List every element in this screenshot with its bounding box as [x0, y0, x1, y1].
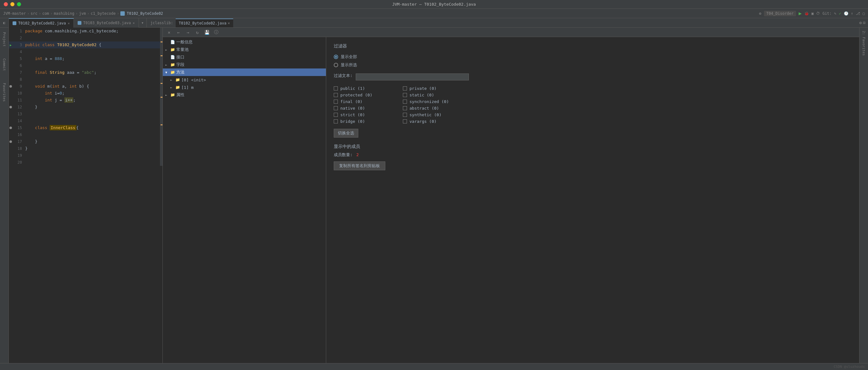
check-label-final: final (0)	[340, 99, 362, 104]
checkbox-synchronized[interactable]	[403, 100, 407, 104]
checkbox-static[interactable]	[403, 93, 407, 97]
checkbox-protected[interactable]	[334, 93, 338, 97]
gutter-15	[9, 127, 12, 129]
git-branch-icon[interactable]: ⎇	[856, 11, 860, 16]
filter-text-input[interactable]	[356, 73, 469, 80]
close-button[interactable]	[4, 2, 8, 6]
checkbox-native[interactable]	[334, 106, 338, 110]
jclasslib-tab-close[interactable]: ×	[227, 21, 230, 26]
tree-item-init[interactable]: ► 📁 [0] <init>	[163, 76, 326, 83]
line-content-12[interactable]: }	[25, 104, 162, 110]
right-sidebar-icon[interactable]: 2: Favorites	[862, 31, 866, 56]
breadcrumb-mashibing[interactable]: mashibing	[54, 11, 74, 16]
run-dropdown[interactable]: T04_Disorder	[764, 11, 796, 16]
tree-label-interface: 接口	[176, 54, 184, 60]
line-content-3[interactable]: public class T0102_ByteCode02 {	[25, 41, 162, 48]
filter-check-protected: protected (0)	[334, 93, 397, 97]
check-label-private: private (0)	[409, 86, 436, 91]
minimize-button[interactable]	[10, 2, 14, 6]
right-sidebar: 2: Favorites	[859, 28, 868, 370]
tab-t0103[interactable]: T0103_ByteCode03.java ×	[74, 18, 139, 28]
checkbox-public[interactable]	[334, 87, 338, 91]
line-content-9[interactable]: void m(int a, int b) {	[25, 83, 162, 90]
line-content-15[interactable]: class InnerClass{	[25, 124, 162, 131]
breadcrumb-com[interactable]: com	[42, 11, 49, 16]
line-content-17[interactable]: }	[25, 138, 162, 145]
breadcrumb-jvm[interactable]: jvm	[79, 11, 86, 16]
git-commit-icon[interactable]: ✎	[834, 11, 836, 16]
filter-text-label: 过滤文本:	[334, 73, 352, 78]
breadcrumb-src[interactable]: src	[30, 11, 37, 16]
line-num-1: 1	[12, 29, 25, 33]
copy-tags-button[interactable]: 复制所有签名到剪贴板	[334, 162, 385, 170]
tree-item-m[interactable]: ► 📁 [1] m	[163, 83, 326, 91]
code-line-15: 15 class InnerClass{	[9, 124, 162, 131]
git-clock-icon[interactable]: 🕐	[844, 11, 848, 16]
line-num-14: 14	[12, 119, 25, 123]
jclasslib-active-tab[interactable]: T0102_ByteCode02.java ×	[176, 19, 233, 27]
debug-icon[interactable]: 🐞	[804, 11, 809, 16]
checkbox-strict[interactable]	[334, 113, 338, 117]
tree-item-general[interactable]: 📄 一般信息	[163, 38, 326, 46]
line-content-11[interactable]: int j = i++;	[25, 97, 162, 104]
maximize-button[interactable]	[17, 2, 21, 6]
line-content-10[interactable]: int i=0;	[25, 90, 162, 97]
jc-save-btn[interactable]: 💾	[203, 29, 211, 36]
left-panel-icon[interactable]: ◧	[0, 18, 9, 27]
tab-close-0[interactable]: ×	[68, 22, 70, 25]
tab-t0102[interactable]: T0102_ByteCode02.java ×	[9, 18, 74, 28]
radio-show-all[interactable]	[334, 55, 338, 59]
code-line-2: 2	[9, 35, 162, 41]
run-button[interactable]: ▶	[799, 10, 802, 16]
breadcrumb-project[interactable]: JVM-master	[3, 11, 26, 16]
toolbar-right: ⚙ T04_Disorder ▶ 🐞 ▣ ⏱ Git: ✎ ✓ 🕐 ↑ ⎇ ▢	[759, 10, 865, 16]
toggle-all-button[interactable]: 切换全选	[334, 129, 358, 138]
git-push-icon[interactable]: ↑	[851, 11, 853, 16]
gutter-3: ▶	[9, 43, 12, 47]
line-num-8: 8	[12, 77, 25, 82]
panel-expand-icon[interactable]: ⊡	[863, 21, 866, 25]
jc-close-btn[interactable]: ✕	[165, 29, 173, 36]
jc-info-btn[interactable]: ⓘ	[212, 29, 220, 36]
filter-text-row: 过滤文本:	[334, 73, 852, 81]
check-label-native: native (0)	[340, 106, 365, 110]
profiler-icon[interactable]: ⏱	[816, 11, 820, 16]
tree-item-interface[interactable]: 📄 接口	[163, 54, 326, 61]
jc-back-btn[interactable]: ←	[175, 29, 182, 36]
tree-item-methods[interactable]: ▼ 📁 方法	[163, 68, 326, 76]
code-editor[interactable]: 1 package com.mashibing.jvm.c1_bytecode;…	[9, 28, 163, 370]
settings-icon[interactable]: ⚙	[759, 11, 761, 16]
jc-refresh-btn[interactable]: ↻	[194, 29, 201, 36]
line-content-5[interactable]: int a = 888;	[25, 55, 162, 62]
coverage-icon[interactable]: ▣	[811, 11, 814, 16]
radio-show-selected[interactable]	[334, 63, 338, 67]
jclasslib-tab-label: T0102_ByteCode02.java	[179, 21, 226, 26]
jc-forward-btn[interactable]: →	[184, 29, 192, 36]
members-count-label: 成员数量:	[334, 152, 352, 157]
sidebar-favorites-icon[interactable]: Favorites	[2, 82, 6, 103]
line-content-1[interactable]: package com.mashibing.jvm.c1_bytecode;	[25, 28, 162, 35]
git-check-icon[interactable]: ✓	[839, 11, 841, 16]
checkbox-varargs[interactable]	[403, 120, 407, 124]
tree-item-attrs[interactable]: ► 📁 属性	[163, 91, 326, 99]
sidebar-project-icon[interactable]: Project	[2, 31, 6, 48]
tab-close-1[interactable]: ×	[133, 21, 134, 25]
line-content-7[interactable]: final String aaa = "abc";	[25, 69, 162, 76]
breadcrumb-file[interactable]: T0102_ByteCode02	[127, 11, 163, 16]
checkbox-abstract[interactable]	[403, 106, 407, 110]
filter-check-varargs: varargs (0)	[403, 119, 466, 124]
checkbox-final[interactable]	[334, 100, 338, 104]
checkbox-synthetic[interactable]	[403, 113, 407, 117]
breadcrumb-c1[interactable]: c1_bytecode	[91, 11, 116, 16]
tree-item-constants[interactable]: ► 📁 常量池	[163, 46, 326, 54]
more-tabs-button[interactable]: ▾	[139, 18, 147, 27]
jclasslib-toolbar: ✕ ← → ↻ 💾 ⓘ	[163, 28, 859, 37]
sidebar-commit-icon[interactable]: Commit	[2, 57, 6, 72]
checkbox-private[interactable]	[403, 87, 407, 91]
checkbox-bridge[interactable]	[334, 120, 338, 124]
window-icon[interactable]: ▢	[863, 11, 865, 16]
panel-settings-icon[interactable]: ⚙	[859, 21, 862, 25]
tree-folder-icon-init: 📁	[175, 77, 180, 82]
line-content-18[interactable]: }	[25, 145, 162, 152]
tree-item-fields[interactable]: ► 📁 字段	[163, 61, 326, 68]
